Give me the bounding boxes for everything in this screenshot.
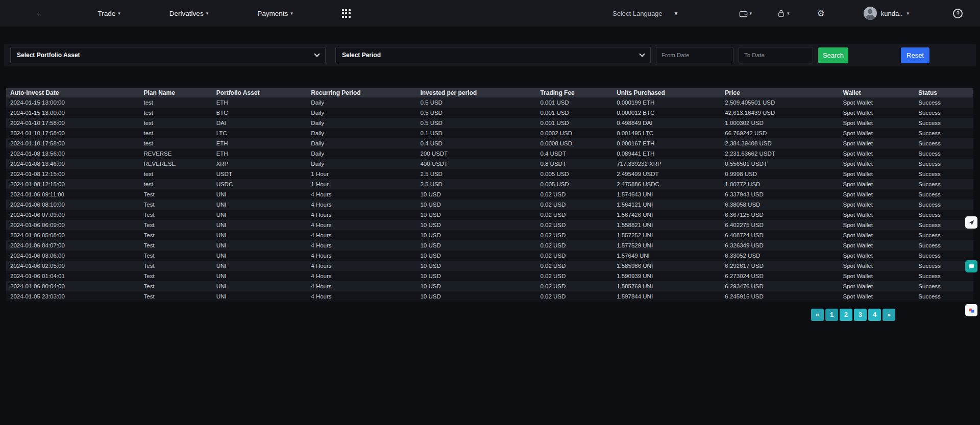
search-button[interactable]: Search xyxy=(818,47,848,63)
table-cell: UNI xyxy=(212,220,307,230)
table-cell: 6.293476 USD xyxy=(721,281,839,291)
table-cell: 4 Hours xyxy=(307,210,416,220)
table-cell: 6.33052 USD xyxy=(721,251,839,261)
table-cell: 2024-01-10 17:58:00 xyxy=(6,138,140,148)
portfolio-asset-select[interactable]: Select Portfolio Asset xyxy=(10,47,326,63)
table-cell: Success xyxy=(914,251,973,261)
chevron-down-icon xyxy=(639,51,645,57)
table-cell: 2024-01-05 23:03:00 xyxy=(6,291,140,302)
security-menu[interactable]: ▾ xyxy=(777,9,790,17)
pagination-page-button[interactable]: 2 xyxy=(840,309,852,321)
table-row: 2024-01-06 06:09:00TestUNI4 Hours10 USD0… xyxy=(6,220,973,230)
chevron-down-icon: ▾ xyxy=(290,11,293,16)
table-cell: Spot Wallet xyxy=(839,199,915,210)
table-row: 2024-01-10 17:58:00testETHDaily0.4 USD0.… xyxy=(6,138,973,148)
table-cell: UNI xyxy=(212,210,307,220)
table-cell: 0.02 USD xyxy=(536,291,612,302)
table-cell: 2024-01-06 08:10:00 xyxy=(6,199,140,210)
table-cell: 0.001495 LTC xyxy=(612,128,721,138)
logo[interactable]: .. xyxy=(37,11,41,16)
table-cell: Test xyxy=(140,261,212,271)
table-cell: Success xyxy=(914,271,973,281)
table-cell: 0.5 USD xyxy=(416,108,536,118)
table-cell: ETH xyxy=(212,138,307,148)
table-cell: XRP xyxy=(212,159,307,169)
table-cell: UNI xyxy=(212,271,307,281)
table-row: 2024-01-08 13:46:00REVERESEXRPDaily400 U… xyxy=(6,159,973,169)
table-cell: Test xyxy=(140,220,212,230)
table-cell: 1.57649 UNI xyxy=(612,251,721,261)
table-cell: Daily xyxy=(307,118,416,128)
table-cell: 0.005 USD xyxy=(536,179,612,189)
to-date-input[interactable] xyxy=(739,47,813,63)
help-icon[interactable]: ? xyxy=(953,9,963,18)
table-cell: 0.02 USD xyxy=(536,220,612,230)
gear-icon[interactable]: ⚙ xyxy=(817,9,825,18)
wallet-menu[interactable]: ▾ xyxy=(739,10,752,17)
apps-grid-icon[interactable] xyxy=(342,9,351,18)
table-cell: Daily xyxy=(307,159,416,169)
table-cell: 2024-01-15 13:00:00 xyxy=(6,108,140,118)
table-cell: 0.000012 BTC xyxy=(612,108,721,118)
table-cell: 10 USD xyxy=(416,240,536,251)
pagination-page-button[interactable]: 1 xyxy=(825,309,838,321)
from-date-input[interactable] xyxy=(656,47,733,63)
table-cell: 0.02 USD xyxy=(536,240,612,251)
column-header: Plan Name xyxy=(140,88,212,97)
floating-widgets xyxy=(965,216,977,316)
column-header: Wallet xyxy=(839,88,915,97)
table-cell: 6.292617 USD xyxy=(721,261,839,271)
table-cell: 2.5 USD xyxy=(416,179,536,189)
table-cell: 1.585769 UNI xyxy=(612,281,721,291)
user-menu[interactable]: kunda.. ▾ xyxy=(864,7,909,20)
language-caret-icon[interactable]: ▼ xyxy=(674,11,679,16)
pagination-next-button[interactable]: » xyxy=(883,309,895,321)
nav-menu-derivatives[interactable]: Derivatives ▾ xyxy=(169,10,208,17)
table-cell: UNI xyxy=(212,291,307,302)
table-cell: Spot Wallet xyxy=(839,261,915,271)
table-cell: 0.000199 ETH xyxy=(612,97,721,108)
table-cell: 6.408724 USD xyxy=(721,230,839,240)
table-cell: Test xyxy=(140,230,212,240)
app-widget-button[interactable] xyxy=(965,304,977,316)
table-cell: Spot Wallet xyxy=(839,138,915,148)
table-cell: 0.001 USD xyxy=(536,118,612,128)
table-cell: 0.001 USD xyxy=(536,97,612,108)
table-row: 2024-01-15 13:00:00testETHDaily0.5 USD0.… xyxy=(6,97,973,108)
table-cell: 1.574643 UNI xyxy=(612,189,721,199)
table-cell: 2024-01-06 02:05:00 xyxy=(6,261,140,271)
table-cell: Daily xyxy=(307,108,416,118)
pagination-page-button[interactable]: 3 xyxy=(854,309,867,321)
table-cell: 2.5 USD xyxy=(416,169,536,179)
table-cell: 10 USD xyxy=(416,230,536,240)
table-cell: Success xyxy=(914,97,973,108)
portfolio-asset-select-value: Select Portfolio Asset xyxy=(17,52,80,59)
table-cell: Success xyxy=(914,291,973,302)
period-select[interactable]: Select Period xyxy=(335,47,651,63)
table-row: 2024-01-08 12:15:00testUSDT1 Hour2.5 USD… xyxy=(6,169,973,179)
pagination-page-button[interactable]: 4 xyxy=(868,309,881,321)
table-cell: test xyxy=(140,138,212,148)
table-cell: Success xyxy=(914,220,973,230)
chat-widget-button[interactable] xyxy=(965,260,977,272)
reset-button[interactable]: Reset xyxy=(901,47,929,63)
table-cell: 717.339232 XRP xyxy=(612,159,721,169)
nav-menu-trade-label: Trade xyxy=(98,10,116,17)
table-row: 2024-01-08 13:56:00REVERSEETHDaily200 US… xyxy=(6,148,973,159)
pagination-prev-button[interactable]: « xyxy=(811,309,824,321)
table-cell: Success xyxy=(914,261,973,271)
column-header: Price xyxy=(721,88,839,97)
table-row: 2024-01-06 00:04:00TestUNI4 Hours10 USD0… xyxy=(6,281,973,291)
main-nav: Trade ▾ Derivatives ▾ Payments ▾ xyxy=(98,9,351,18)
language-selector[interactable]: Select Language xyxy=(612,10,663,17)
table-cell: Test xyxy=(140,210,212,220)
nav-menu-payments[interactable]: Payments ▾ xyxy=(257,10,293,17)
table-cell: 4 Hours xyxy=(307,240,416,251)
table-cell: UNI xyxy=(212,281,307,291)
table-cell: 10 USD xyxy=(416,220,536,230)
share-widget-button[interactable] xyxy=(965,216,977,229)
table-cell: 1.557252 UNI xyxy=(612,230,721,240)
nav-menu-trade[interactable]: Trade ▾ xyxy=(98,10,120,17)
navbar-right: Select Language ▼ ▾ ▾ ⚙ kunda.. ▾ ? xyxy=(612,7,980,20)
table-cell: Daily xyxy=(307,97,416,108)
